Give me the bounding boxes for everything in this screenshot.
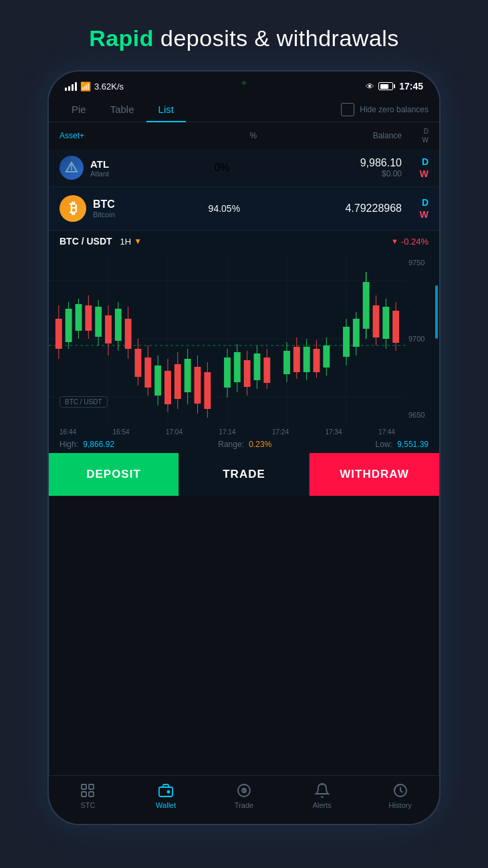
svg-line-84 <box>322 784 323 784</box>
svg-rect-38 <box>185 359 191 392</box>
chart-svg-area[interactable]: 9750 9700 9650 <box>49 252 439 426</box>
svg-rect-42 <box>204 372 211 409</box>
atl-row[interactable]: ATL Atlant 0% 9,986.10 $0.00 D W <box>49 149 439 187</box>
svg-rect-16 <box>76 304 82 331</box>
nav-trade[interactable]: Trade <box>205 782 283 809</box>
chart-header: BTC / USDT 1H ▼ ▼ -0.24% <box>49 231 439 252</box>
atl-w-btn[interactable]: W <box>420 168 429 179</box>
network-speed: 3.62K/s <box>94 82 124 92</box>
trade-button[interactable]: TRADE <box>178 453 310 496</box>
time-labels: 16:44 16:54 17:04 17:14 17:24 17:34 17:4… <box>49 426 439 437</box>
change-arrow-icon: ▼ <box>391 237 398 245</box>
btc-name-col: BTC Bitcoin <box>93 198 186 219</box>
nav-history-label: History <box>388 801 411 809</box>
chart-badge: BTC / USDT <box>59 396 108 408</box>
svg-rect-68 <box>363 282 370 329</box>
svg-rect-46 <box>234 352 241 382</box>
svg-rect-18 <box>85 305 92 331</box>
eye-icon: 👁 <box>366 82 374 92</box>
tab-table[interactable]: Table <box>98 97 146 122</box>
svg-rect-14 <box>66 309 72 342</box>
svg-rect-72 <box>382 307 389 339</box>
change-value: -0.24% <box>401 237 429 247</box>
table-header: Asset+ % Balance DW <box>49 122 439 149</box>
svg-rect-66 <box>353 319 360 347</box>
deposit-button[interactable]: DEPOSIT <box>49 453 178 496</box>
chart-pair: BTC / USDT <box>59 236 112 247</box>
tf-dropdown-icon: ▼ <box>134 237 142 246</box>
svg-rect-36 <box>174 364 181 399</box>
svg-rect-40 <box>195 367 201 404</box>
svg-rect-24 <box>115 309 122 341</box>
stat-range: Range: 0.23% <box>218 440 271 449</box>
phone: 📶 3.62K/s 👁 17:45 Pie Table <box>47 70 441 825</box>
chart-change: ▼ -0.24% <box>391 237 429 247</box>
atl-dw-col: D W <box>407 156 429 179</box>
nav-alerts[interactable]: Alerts <box>283 782 361 809</box>
tab-list[interactable]: List <box>146 97 186 122</box>
withdraw-button[interactable]: WITHDRAW <box>310 453 439 496</box>
th-pct: % <box>221 131 286 140</box>
atl-balance-usd: $0.00 <box>258 169 402 178</box>
battery <box>378 82 395 90</box>
svg-rect-62 <box>323 345 330 368</box>
nav-trade-label: Trade <box>235 801 253 809</box>
stat-high: High: 9,866.92 <box>59 440 114 449</box>
atl-pct: 0% <box>186 162 258 174</box>
svg-rect-79 <box>159 787 172 797</box>
atl-fullname: Atlant <box>90 170 186 178</box>
title-rest: deposits & withdrawals <box>154 25 399 51</box>
price-high-label: 9750 <box>408 259 437 267</box>
btc-dw-col: D W <box>407 197 429 220</box>
svg-rect-20 <box>95 307 102 337</box>
svg-rect-56 <box>293 347 300 372</box>
hide-zero-label: Hide zero balances <box>360 105 429 114</box>
btc-row[interactable]: ₿ BTC Bitcoin 94.05% 4.79228968 D W <box>49 187 439 231</box>
btc-balance-col: 4.79228968 <box>263 202 402 214</box>
hide-zero-toggle[interactable]: Hide zero balances <box>341 103 429 116</box>
btc-w-btn[interactable]: W <box>420 209 429 220</box>
svg-rect-77 <box>82 792 86 797</box>
svg-rect-76 <box>89 784 94 789</box>
atl-symbol: ATL <box>90 158 186 170</box>
hide-zero-checkbox[interactable] <box>341 103 354 116</box>
atl-icon <box>59 156 84 180</box>
svg-rect-26 <box>125 319 132 349</box>
price-low-label: 9650 <box>408 411 437 419</box>
svg-rect-74 <box>392 311 399 343</box>
phone-wrapper: 📶 3.62K/s 👁 17:45 Pie Table <box>0 70 488 825</box>
chart-stats: High: 9,866.92 Range: 0.23% Low: 9,551.3… <box>49 437 439 453</box>
nav-history[interactable]: History <box>361 782 439 809</box>
atl-balance-main: 9,986.10 <box>258 157 402 169</box>
chart-container: BTC / USDT 1H ▼ ▼ -0.24% <box>49 231 439 453</box>
camera-notch <box>239 78 249 88</box>
svg-rect-32 <box>154 366 161 396</box>
nav-wallet-label: Wallet <box>156 801 176 809</box>
svg-rect-52 <box>263 357 270 383</box>
svg-rect-12 <box>55 319 62 349</box>
bottom-nav: STC Wallet Trade Alerts History <box>49 775 439 824</box>
th-dw: DW <box>407 127 429 144</box>
svg-rect-70 <box>373 305 380 337</box>
nav-wallet[interactable]: Wallet <box>127 782 205 809</box>
title-rapid: Rapid <box>89 25 154 51</box>
clock-time: 17:45 <box>399 81 423 92</box>
nav-stc-label: STC <box>80 801 95 809</box>
svg-rect-48 <box>244 360 251 387</box>
svg-rect-28 <box>135 349 142 377</box>
price-labels: 9750 9700 9650 <box>406 252 439 426</box>
svg-rect-78 <box>89 792 94 797</box>
nav-stc[interactable]: STC <box>49 782 127 809</box>
svg-rect-34 <box>164 371 171 404</box>
svg-rect-54 <box>283 351 290 374</box>
btc-d-btn[interactable]: D <box>422 197 429 208</box>
price-mid-label: 9700 <box>408 335 437 343</box>
wifi-icon: 📶 <box>80 82 91 92</box>
svg-point-80 <box>168 791 170 793</box>
tab-pie[interactable]: Pie <box>59 97 98 122</box>
chart-timeframe[interactable]: 1H ▼ <box>120 237 142 247</box>
atl-d-btn[interactable]: D <box>422 156 429 167</box>
svg-rect-22 <box>105 315 112 343</box>
nav-alerts-label: Alerts <box>313 801 332 809</box>
btc-balance-main: 4.79228968 <box>263 202 402 214</box>
